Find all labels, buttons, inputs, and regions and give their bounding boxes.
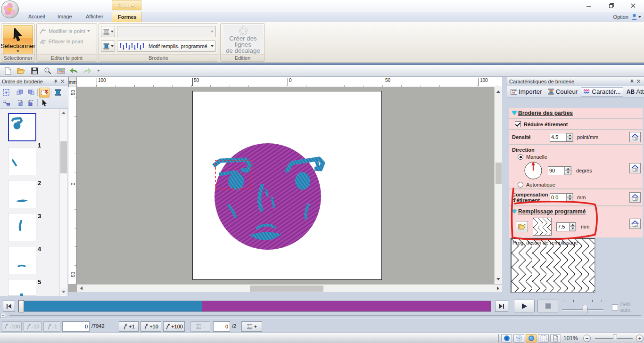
embroidery-design[interactable] [193, 91, 382, 280]
zoom-slider-thumb[interactable] [613, 335, 617, 341]
back-10-button[interactable]: -10 [24, 321, 41, 332]
browse-pattern-button[interactable] [516, 221, 528, 232]
direction-manual-radio[interactable] [518, 154, 523, 160]
reduce-stretch-checkbox[interactable] [515, 121, 521, 127]
density-spinbox[interactable] [550, 133, 573, 142]
spin-arrows[interactable] [569, 223, 576, 231]
text-attributes-button[interactable]: AB Attribut... [624, 87, 644, 97]
grid-toggle-button[interactable] [538, 334, 549, 343]
left-eye[interactable] [228, 173, 244, 190]
scrollbar-thumb[interactable] [250, 286, 323, 292]
create-offset-lines-button[interactable]: Créer des lignes de décalage [223, 25, 263, 54]
fill-default-button[interactable] [629, 219, 641, 229]
view-stitch-button[interactable] [513, 334, 524, 343]
tab-afficher[interactable]: Afficher [80, 12, 109, 22]
insert-order-button[interactable] [1, 98, 11, 108]
nose-mark-1[interactable] [266, 190, 267, 196]
color-counter-input[interactable] [214, 322, 230, 331]
toolbar-options-caret[interactable] [97, 70, 100, 72]
delete-selection-frame-button[interactable] [39, 88, 50, 98]
stop-button[interactable] [537, 300, 558, 312]
move-forward-button[interactable] [25, 88, 36, 98]
minimize-button[interactable] [581, 1, 597, 10]
modify-point-button[interactable]: Modifier le point [40, 26, 90, 36]
redo-button[interactable] [82, 66, 92, 75]
app-flower-logo-icon[interactable] [1, 0, 19, 18]
pointer-tool-button[interactable] [39, 98, 50, 108]
option-menu[interactable]: Option [613, 14, 628, 20]
tab-formes[interactable]: Formes [112, 12, 141, 22]
region-stitch-type-combobox[interactable]: Motif remplis. programmé [117, 41, 216, 52]
speed-slider[interactable] [562, 299, 603, 315]
compensation-input[interactable] [550, 194, 566, 202]
scroll-down-arrow[interactable] [495, 276, 502, 282]
sew-order-item-2[interactable] [8, 147, 36, 175]
canvas-vertical-scrollbar[interactable] [494, 87, 502, 284]
zoom-tool-button[interactable] [42, 66, 53, 75]
work-area[interactable] [77, 87, 494, 284]
sew-order-item-5[interactable] [8, 246, 36, 274]
color-counter-field[interactable] [213, 321, 230, 332]
design-page[interactable] [192, 91, 382, 280]
stitch-counter-input[interactable] [63, 322, 89, 331]
direction-auto-radio[interactable] [518, 182, 523, 188]
back-100-button[interactable]: -100 [2, 321, 22, 332]
close-panel-button[interactable] [59, 78, 66, 85]
programmable-fill-header[interactable]: Remplissage programmé [512, 208, 640, 215]
view-realistic-button[interactable] [526, 334, 537, 343]
design-page-property-button[interactable] [550, 334, 561, 343]
play-button[interactable] [514, 300, 535, 312]
user-account-icon[interactable] [631, 14, 641, 21]
sew-order-scrollbar[interactable] [59, 109, 67, 296]
outline-stitch-type-combobox[interactable] [117, 26, 216, 37]
go-to-start-button[interactable] [3, 301, 15, 312]
stitch-counter-field[interactable] [62, 321, 90, 332]
save-button[interactable] [29, 66, 40, 75]
compensation-default-button[interactable] [629, 192, 641, 203]
scrollbar-thumb[interactable] [495, 163, 502, 184]
fit-selection-button[interactable] [1, 88, 11, 98]
fill-size-input[interactable] [557, 223, 569, 231]
go-to-end-button[interactable] [495, 301, 508, 312]
undo-button[interactable] [69, 66, 79, 75]
sew-order-item-4[interactable] [8, 213, 36, 241]
spin-arrows[interactable] [564, 167, 571, 175]
rotate-left-button[interactable] [15, 98, 25, 108]
direction-default-button[interactable] [629, 163, 641, 173]
scroll-down-arrow[interactable] [60, 288, 67, 295]
progress-slider-thumb[interactable] [18, 300, 24, 312]
next-color-button[interactable]: + [241, 321, 262, 332]
zoom-out-button[interactable]: − [583, 335, 591, 342]
right-eye[interactable] [295, 172, 310, 190]
close-button[interactable] [625, 1, 641, 10]
direction-spinbox[interactable] [548, 166, 571, 175]
scroll-up-arrow[interactable] [495, 88, 502, 95]
back-1-button[interactable]: -1 [43, 321, 60, 332]
fill-pattern-swatch[interactable] [533, 218, 552, 236]
import-button[interactable]: Importer [508, 87, 545, 97]
scroll-right-arrow[interactable] [495, 285, 501, 292]
region-sew-header[interactable]: Broderie des parties [512, 110, 640, 116]
select-tool-button[interactable]: Sélectionner [3, 25, 33, 54]
forward-10-button[interactable]: +10 [140, 321, 161, 332]
scrollbar-thumb[interactable] [60, 141, 67, 173]
thread-color-button[interactable] [53, 88, 63, 98]
erase-point-button[interactable]: Effacer le point [40, 37, 83, 46]
auto-scroll-checkbox[interactable] [612, 304, 618, 310]
view-solid-button[interactable] [501, 334, 512, 343]
previous-color-button[interactable]: - [190, 321, 210, 332]
color-button[interactable]: Couleur [545, 87, 580, 97]
sew-order-item-1[interactable] [8, 113, 36, 141]
sew-order-item-6[interactable] [8, 279, 36, 296]
new-document-button[interactable] [3, 66, 13, 75]
restore-button[interactable] [603, 1, 619, 10]
fill-size-spinbox[interactable] [556, 222, 576, 231]
scroll-up-arrow[interactable] [60, 109, 67, 116]
direction-dial[interactable] [523, 161, 543, 180]
direction-input[interactable] [548, 167, 564, 175]
outline-thread-color-button[interactable] [101, 26, 115, 37]
tab-accueil[interactable]: Accueil [23, 12, 50, 22]
close-panel-button[interactable] [635, 78, 642, 85]
speed-slider-thumb[interactable] [583, 305, 587, 313]
open-file-button[interactable] [16, 66, 26, 75]
